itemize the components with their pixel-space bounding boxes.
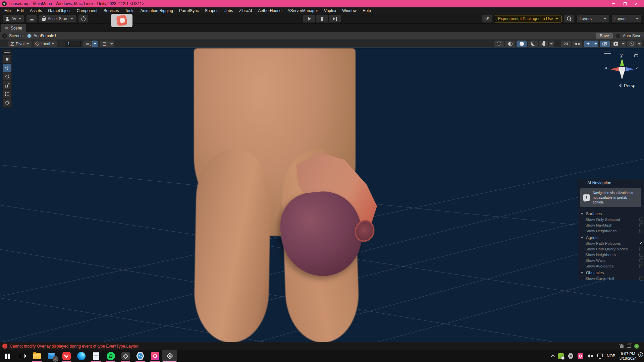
search-button[interactable]	[564, 15, 574, 22]
rect-tool-button[interactable]	[3, 90, 11, 98]
undo-history-button[interactable]: ↺	[482, 15, 492, 22]
grid-visibility-dropdown[interactable]: Y	[83, 41, 98, 47]
scale-tool-button[interactable]	[3, 81, 11, 89]
camera-dropdown[interactable]	[611, 41, 626, 47]
menu-jobs[interactable]: Jobs	[221, 7, 236, 14]
grid-snap-dropdown[interactable]	[100, 41, 114, 47]
menu-assets[interactable]: Assets	[27, 7, 45, 14]
menu-services[interactable]: Services	[100, 7, 122, 14]
gizmo-center-cube[interactable]	[619, 67, 625, 72]
axis-z-cone[interactable]	[626, 67, 635, 72]
checkbox[interactable]	[639, 223, 643, 227]
toggle-show-neighbours[interactable]: Show Neighbours	[578, 252, 644, 258]
menu-gameobject[interactable]: GameObject	[45, 7, 73, 14]
shading-mode-button[interactable]	[494, 41, 504, 47]
start-button[interactable]	[0, 350, 15, 362]
camera-dropdown-caret[interactable]	[620, 41, 626, 47]
pink-clock-tray-icon[interactable]	[578, 353, 583, 359]
minimize-button[interactable]	[608, 0, 619, 7]
network-icon[interactable]	[597, 354, 603, 357]
auto-save-checkbox[interactable]	[616, 34, 620, 38]
toggle-show-navmesh[interactable]: Show NavMesh	[578, 223, 644, 228]
asset-store-dropdown[interactable]: Asset Store	[39, 15, 76, 22]
experimental-packages-dropdown[interactable]: Experimental Packages In Use	[495, 15, 561, 22]
pause-button[interactable]	[316, 15, 328, 22]
clock[interactable]: 9:07 PM 3/18/2024	[620, 351, 637, 361]
task-view-button[interactable]	[15, 350, 30, 362]
taskbar-davinci[interactable]: Dv	[133, 350, 148, 362]
toggle-show-only-selected[interactable]: Show Only Selected	[578, 217, 644, 223]
layout-dropdown[interactable]: Layout	[612, 15, 641, 22]
close-button[interactable]: ×	[631, 0, 642, 7]
rotate-tool-button[interactable]	[3, 72, 11, 80]
menu-zibraai[interactable]: ZibraAI	[236, 7, 255, 14]
audio-toggle-button[interactable]	[572, 41, 582, 47]
grid-size-input[interactable]	[65, 41, 81, 47]
toggle-show-path-query-nodes[interactable]: Show Path Query Nodes	[578, 246, 644, 252]
services-button[interactable]	[78, 15, 88, 22]
menu-animation-rigging[interactable]: Animation Rigging	[137, 7, 176, 14]
gizmos-dropdown-caret[interactable]	[636, 41, 642, 47]
effects-dropdown-caret[interactable]	[593, 41, 598, 47]
overlay-drag-handle[interactable]	[4, 51, 10, 53]
scene-viewport[interactable]: y x z Persp AI Navigation ! Nav	[0, 48, 644, 342]
account-dropdown[interactable]: AV	[3, 15, 24, 22]
menu-file[interactable]: File	[1, 7, 14, 14]
tab-scene[interactable]: Scene	[1, 24, 26, 32]
debug-draw-dropdown[interactable]	[539, 41, 554, 47]
breadcrumb-object[interactable]: AnaFemale1	[34, 34, 56, 38]
progress-ok-icon[interactable]: ✓	[634, 344, 639, 349]
orientation-gizmo[interactable]: y x z Persp	[603, 50, 641, 90]
checkbox[interactable]	[639, 253, 643, 257]
axis-x-cone[interactable]	[610, 67, 619, 72]
hidden-objects-button[interactable]	[600, 41, 610, 47]
perspective-toggle[interactable]: Persp	[620, 83, 635, 88]
status-bar[interactable]: ! Cannot modify Overlay.displayed during…	[0, 342, 644, 350]
pivot-dropdown[interactable]: Pivot	[8, 41, 32, 47]
menu-aetherhouse[interactable]: AetherHouse	[255, 7, 284, 14]
package-stack-icon[interactable]	[627, 345, 631, 348]
shaded-wire-button[interactable]	[505, 41, 515, 47]
volume-muted-icon[interactable]	[587, 354, 593, 358]
toggle-show-walls[interactable]: Show Walls	[578, 258, 644, 263]
menu-vuplex[interactable]: Vuplex	[321, 7, 339, 14]
toggle-show-carve-hull[interactable]: Show Carve Hull	[578, 276, 644, 282]
cloud-button[interactable]: ☁	[26, 15, 37, 22]
menu-aservermanager[interactable]: AServerManager	[284, 7, 321, 14]
debug-dropdown-caret[interactable]	[548, 41, 554, 47]
menu-shapes[interactable]: Shapes	[202, 7, 222, 14]
play-button[interactable]	[303, 15, 315, 22]
gpu-tray-icon[interactable]	[558, 353, 564, 359]
taskbar-unity-editor[interactable]	[162, 350, 177, 362]
toggle-show-path-polygons[interactable]: Show Path Polygons✓	[578, 241, 644, 246]
taskbar-edge[interactable]	[74, 350, 89, 362]
checkbox[interactable]	[639, 229, 643, 233]
drag-handle[interactable]	[3, 42, 5, 46]
tray-expand-icon[interactable]	[551, 355, 554, 358]
taskbar-spotify[interactable]	[103, 350, 118, 362]
tools-menu-popup-icon[interactable]	[111, 14, 132, 27]
checkbox[interactable]	[639, 218, 643, 222]
save-button[interactable]: Save	[596, 33, 613, 39]
breadcrumb-scenes[interactable]: Scenes	[9, 34, 22, 38]
2d-toggle-button[interactable]: 2D	[561, 41, 571, 47]
menu-parrelsync[interactable]: ParrelSync	[176, 7, 202, 14]
taskbar-unity-hub[interactable]	[118, 350, 133, 362]
menu-component[interactable]: Component	[73, 7, 100, 14]
snap-dropdown-caret[interactable]	[109, 41, 114, 47]
section-surfaces[interactable]: Surfaces	[578, 210, 644, 217]
hexagon-tray-icon[interactable]	[568, 353, 574, 359]
axis-y-cone[interactable]	[619, 58, 625, 66]
menu-help[interactable]: Help	[360, 7, 374, 14]
toggle-show-heightmesh[interactable]: Show HeightMesh	[578, 228, 644, 234]
gizmo-drag-handle[interactable]	[604, 52, 611, 54]
grid-dropdown-caret[interactable]	[92, 41, 98, 47]
gizmos-dropdown[interactable]	[627, 41, 642, 47]
view-tool-button[interactable]	[3, 55, 11, 63]
maximize-button[interactable]	[619, 0, 631, 7]
menu-window[interactable]: Window	[339, 7, 360, 14]
ai-navigation-header[interactable]: AI Navigation	[578, 179, 644, 187]
section-agents[interactable]: Agents	[578, 234, 644, 241]
step-button[interactable]	[329, 15, 341, 22]
taskbar-mail[interactable]: 32	[44, 350, 59, 362]
